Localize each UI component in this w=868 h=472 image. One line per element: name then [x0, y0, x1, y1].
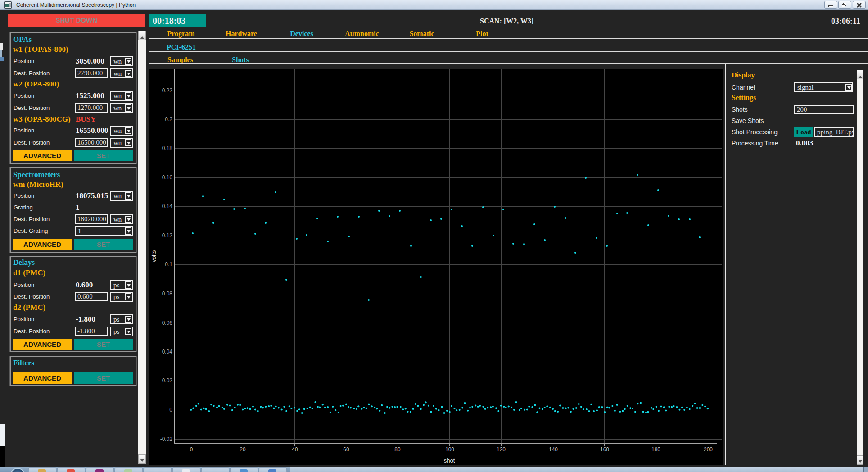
svg-text:120: 120	[497, 446, 506, 453]
svg-text:0.2: 0.2	[165, 116, 172, 123]
svg-text:20: 20	[240, 446, 246, 453]
svg-text:-0.02: -0.02	[160, 436, 173, 442]
svg-text:volts: volts	[150, 250, 157, 262]
svg-text:140: 140	[549, 446, 558, 453]
svg-text:160: 160	[600, 446, 609, 453]
svg-text:0: 0	[190, 446, 193, 453]
svg-text:0.18: 0.18	[162, 145, 173, 151]
svg-text:0: 0	[169, 407, 172, 413]
svg-text:0.22: 0.22	[162, 87, 173, 94]
svg-text:60: 60	[343, 446, 349, 453]
svg-text:0.14: 0.14	[162, 203, 173, 209]
svg-text:0.06: 0.06	[162, 320, 173, 326]
svg-text:0.1: 0.1	[165, 261, 172, 268]
svg-text:0.16: 0.16	[162, 174, 173, 181]
svg-text:100: 100	[445, 446, 454, 453]
svg-text:0.12: 0.12	[162, 232, 173, 239]
svg-text:0.02: 0.02	[162, 377, 173, 384]
svg-text:0.08: 0.08	[162, 290, 173, 297]
svg-text:40: 40	[292, 446, 298, 453]
svg-text:shot: shot	[444, 457, 455, 464]
svg-text:180: 180	[651, 446, 660, 453]
svg-text:200: 200	[704, 446, 713, 453]
svg-text:80: 80	[394, 446, 401, 453]
svg-text:0.04: 0.04	[162, 349, 173, 355]
